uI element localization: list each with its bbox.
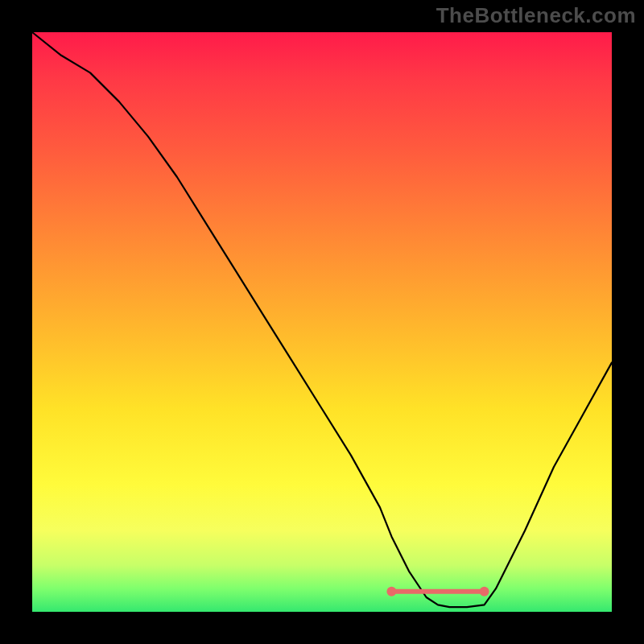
bottleneck-curve [32, 32, 612, 607]
plot-area [32, 32, 612, 612]
optimal-zone-start-dot [386, 587, 396, 597]
watermark-label: TheBottleneck.com [436, 3, 636, 28]
curve-svg [32, 32, 612, 612]
chart-frame: TheBottleneck.com [0, 0, 644, 644]
optimal-zone-end-dot [480, 587, 489, 597]
